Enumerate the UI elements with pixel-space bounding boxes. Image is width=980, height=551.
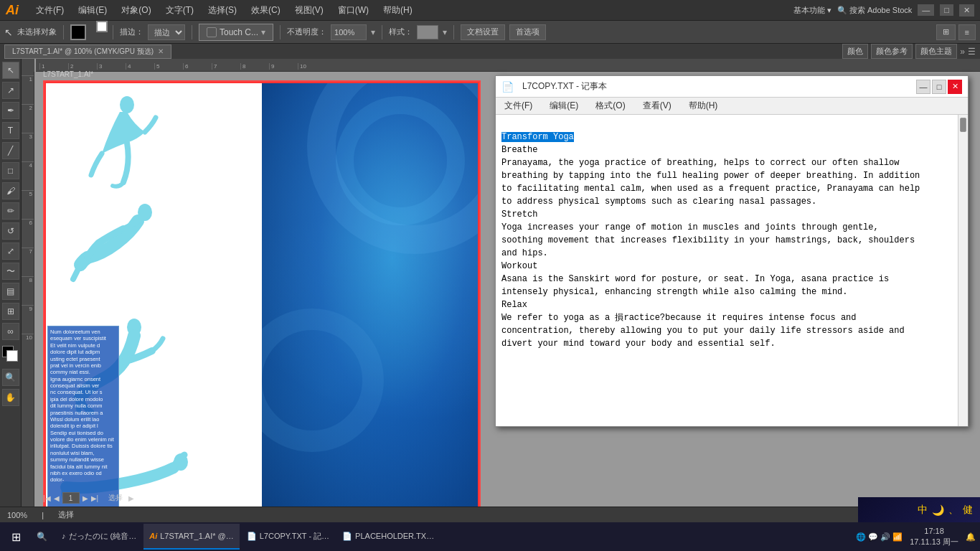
toolbar-sep-3 <box>192 25 192 39</box>
selection-tool[interactable]: ↖ <box>2 62 19 79</box>
nav-more[interactable]: ▶ <box>128 494 134 502</box>
preferences-btn[interactable]: 首选项 <box>509 24 546 40</box>
taskbar-time: 17:18 <box>910 526 958 537</box>
pen-tool[interactable]: ✒ <box>2 102 19 119</box>
nav-status: 选择 <box>108 493 123 503</box>
color-swatches <box>2 346 19 363</box>
left-tools-panel: ↖ ↗ ✒ T ╱ □ 🖌 ✏ ↺ ⤢ 〜 ▤ ⊞ ∞ 🔍 ✋ <box>0 59 22 507</box>
nav-prev[interactable]: ◀ <box>54 494 60 502</box>
pencil-tool[interactable]: ✏ <box>2 202 19 220</box>
start-button[interactable]: ⊞ <box>4 525 27 548</box>
hand-tool[interactable]: ✋ <box>2 389 19 406</box>
notepad-body: Transform Yoga Breathe Pranayama, the yo… <box>496 115 968 426</box>
ai-label: L7START_1.AI* @… <box>160 532 233 540</box>
artboard: Num doloreetum ven esequam ver suscipist… <box>43 80 481 507</box>
toolbar-sep-4 <box>280 25 281 39</box>
shape-tool[interactable]: □ <box>2 162 19 179</box>
touch-dropdown-icon[interactable]: ▾ <box>261 27 265 37</box>
ruler-left: 1 2 3 4 5 6 7 8 9 10 <box>22 72 34 507</box>
align-btn[interactable]: ≡ <box>958 24 976 40</box>
menu-view[interactable]: 视图(V) <box>292 3 326 18</box>
ruler-mark: 7 <box>22 248 34 276</box>
page-input[interactable] <box>62 492 80 504</box>
workspace-label: 基本功能 ▾ <box>793 5 831 16</box>
nav-prev-end[interactable]: |◀ <box>43 494 51 502</box>
taskbar-right: 🌐 💬 🔊 📶 17:18 17.11.13 周一 🔔 <box>856 526 976 548</box>
background-swatch[interactable] <box>6 350 18 362</box>
ruler-mark: 1 <box>39 63 68 70</box>
notepad-icon: 📄 <box>501 81 514 93</box>
doc-settings-btn[interactable]: 文档设置 <box>461 24 505 40</box>
toolbar-sep-6 <box>453 25 454 39</box>
minimize-btn[interactable]: — <box>918 4 934 16</box>
menu-text[interactable]: 文字(T) <box>163 3 197 18</box>
ruler-mark: 8 <box>240 63 269 70</box>
stroke-select[interactable]: 描边 <box>148 24 185 40</box>
notepad-close-btn[interactable]: ✕ <box>948 80 962 94</box>
rotate-tool[interactable]: ↺ <box>2 222 19 240</box>
mesh-tool[interactable]: ⊞ <box>2 303 19 320</box>
notepad-menu-edit[interactable]: 编辑(E) <box>547 98 581 113</box>
taskbar-music[interactable]: ♪ だったのに (純音… <box>56 524 142 550</box>
line-tool[interactable]: ╱ <box>2 142 19 159</box>
notepad-menu-file[interactable]: 文件(F) <box>501 98 535 113</box>
restore-btn[interactable]: □ <box>940 4 953 16</box>
zoom-level[interactable]: 100% <box>7 511 27 519</box>
text-overlay-box[interactable]: Num doloreetum ven esequam ver suscipist… <box>47 326 119 507</box>
taskbar-illustrator[interactable]: Ai L7START_1.AI* @… <box>143 524 239 550</box>
gradient-tool[interactable]: ▤ <box>2 283 19 300</box>
taskbar-search[interactable]: 🔍 <box>29 524 55 550</box>
menu-select[interactable]: 选择(S) <box>205 3 240 18</box>
notepad-menu-format[interactable]: 格式(O) <box>593 98 628 113</box>
scale-tool[interactable]: ⤢ <box>2 242 19 260</box>
paintbrush-tool[interactable]: 🖌 <box>2 182 19 199</box>
notepad-scrollbar[interactable] <box>958 115 968 426</box>
ruler-mark: 9 <box>269 63 298 70</box>
color-guide-tab[interactable]: 颜色参考 <box>871 44 913 59</box>
scrollbar-thumb[interactable] <box>960 118 966 132</box>
menu-window[interactable]: 窗口(W) <box>335 3 372 18</box>
taskbar-notification[interactable]: 🔔 <box>966 532 976 542</box>
notepad-maximize-btn[interactable]: □ <box>932 80 946 94</box>
notepad-menu-view[interactable]: 查看(V) <box>640 98 674 113</box>
nav-next[interactable]: ▶ <box>83 494 88 502</box>
notepad-minimize-btn[interactable]: — <box>916 80 930 94</box>
selection-tool-icon[interactable]: ↖ <box>4 27 13 38</box>
menu-object[interactable]: 对象(O) <box>118 3 154 18</box>
zoom-tool[interactable]: 🔍 <box>2 369 19 386</box>
search-stock-icon[interactable]: 🔍 搜索 Adobe Stock <box>837 5 913 16</box>
opacity-dropdown-icon[interactable]: ▾ <box>371 27 375 37</box>
warp-tool[interactable]: 〜 <box>2 263 19 280</box>
style-dropdown-icon[interactable]: ▾ <box>443 27 447 37</box>
nav-next-end[interactable]: ▶| <box>91 494 99 502</box>
stroke-color[interactable] <box>96 21 108 32</box>
ruler-mark: 5 <box>22 190 34 219</box>
fill-color[interactable] <box>70 24 86 40</box>
close-btn[interactable]: ✕ <box>959 4 974 17</box>
direct-select-tool[interactable]: ↗ <box>2 82 19 99</box>
blend-tool[interactable]: ∞ <box>2 323 19 340</box>
menu-help[interactable]: 帮助(H) <box>380 3 415 18</box>
opacity-input[interactable] <box>331 24 367 40</box>
color-theme-tab[interactable]: 颜色主题 <box>915 44 957 59</box>
notepad-text-area[interactable]: Transform Yoga Breathe Pranayama, the yo… <box>496 115 958 426</box>
arrange-btn[interactable]: ⊞ <box>936 24 956 40</box>
taskbar-icons-sys[interactable]: 🌐 💬 🔊 📶 <box>856 532 903 542</box>
notepad-menu-help[interactable]: 帮助(H) <box>686 98 721 113</box>
close-artboard-icon[interactable]: ✕ <box>158 47 164 55</box>
notepad-titlebar: 📄 L7COPY.TXT - 记事本 — □ ✕ <box>496 76 968 98</box>
ruler-mark: 6 <box>183 63 212 70</box>
panels-menu-icon[interactable]: ☰ <box>968 47 976 57</box>
menu-file[interactable]: 文件(F) <box>33 3 67 18</box>
taskbar-placeholder[interactable]: 📄 PLACEHOLDER.TX… <box>336 524 440 550</box>
menu-edit[interactable]: 编辑(E) <box>75 3 110 18</box>
panels-more-icon[interactable]: » <box>960 47 965 57</box>
color-panel-tab[interactable]: 颜色 <box>842 44 868 59</box>
style-label: 样式： <box>389 27 413 37</box>
type-tool[interactable]: T <box>2 122 19 139</box>
touch-button[interactable]: Touch C... ▾ <box>199 24 273 41</box>
notepad-title: L7COPY.TXT - 记事本 <box>522 80 910 93</box>
menu-effect[interactable]: 效果(C) <box>248 3 283 18</box>
artboard-tab[interactable]: L7START_1.AI* @ 100% (CMYK/GPU 预选) ✕ <box>4 44 171 59</box>
taskbar-notepad-l7[interactable]: 📄 L7COPY.TXT - 記… <box>241 524 335 550</box>
